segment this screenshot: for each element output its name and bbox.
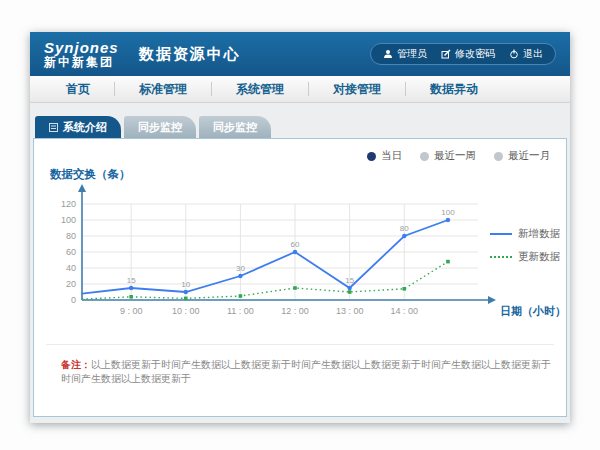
- svg-text:40: 40: [66, 263, 76, 273]
- main-nav: 首页 标准管理 系统管理 对接管理 数据异动: [30, 76, 570, 103]
- nav-item-standard-mgmt[interactable]: 标准管理: [115, 82, 212, 96]
- footer-note-text: 以上数据更新于时间产生数据以上数据更新于时间产生数据以上数据更新于时间产生数据以…: [61, 359, 551, 384]
- svg-text:12 : 00: 12 : 00: [281, 306, 309, 316]
- svg-text:80: 80: [400, 224, 409, 233]
- line-chart: 0204060801001209 : 0010 : 0011 : 0012 : …: [38, 184, 566, 332]
- logo: Synjones 新中新集团: [44, 40, 119, 68]
- logout-button[interactable]: 退出: [509, 47, 543, 61]
- tab-sync-monitor-2[interactable]: 同步监控: [199, 116, 271, 138]
- svg-text:10 : 00: 10 : 00: [172, 306, 200, 316]
- svg-text:15: 15: [345, 276, 354, 285]
- tab-system-intro[interactable]: 系统介绍: [35, 116, 121, 138]
- tab-bar: 系统介绍 同步监控 同步监控: [33, 116, 567, 138]
- chart-panel: 当日 最近一周 最近一月 数据交换（条） 0204060801001209 : …: [33, 138, 567, 417]
- radio-last-week-dot: [420, 152, 429, 161]
- tab-system-intro-label: 系统介绍: [63, 116, 107, 138]
- svg-text:10: 10: [181, 280, 190, 289]
- svg-text:15: 15: [127, 276, 136, 285]
- svg-text:日期（小时）: 日期（小时）: [500, 305, 566, 318]
- svg-text:13 : 00: 13 : 00: [336, 306, 364, 316]
- footer-note: 备注：以上数据更新于时间产生数据以上数据更新于时间产生数据以上数据更新于时间产生…: [34, 345, 566, 416]
- change-password-label: 修改密码: [455, 47, 495, 61]
- admin-user-button[interactable]: 管理员: [383, 47, 427, 61]
- legend-item-new-data: 新增数据: [490, 227, 560, 241]
- nav-item-home[interactable]: 首页: [42, 82, 115, 96]
- change-password-button[interactable]: 修改密码: [441, 47, 495, 61]
- admin-user-label: 管理员: [397, 47, 427, 61]
- user-icon: [383, 49, 393, 59]
- edit-icon: [441, 49, 451, 59]
- logout-label: 退出: [523, 47, 543, 61]
- tab-sync-monitor-1[interactable]: 同步监控: [124, 116, 196, 138]
- radio-last-month-label: 最近一月: [508, 149, 550, 163]
- svg-text:11 : 00: 11 : 00: [227, 306, 254, 316]
- tab-sync-monitor-2-label: 同步监控: [213, 116, 257, 138]
- svg-text:9 : 00: 9 : 00: [120, 306, 143, 316]
- radio-last-week-label: 最近一周: [434, 149, 476, 163]
- chart-legend: 新增数据 更新数据: [488, 225, 562, 266]
- content-area: 系统介绍 同步监控 同步监控 当日 最近一周: [30, 103, 570, 423]
- svg-text:60: 60: [291, 240, 300, 249]
- legend-item-updated-data: 更新数据: [490, 250, 560, 264]
- radio-last-week[interactable]: 最近一周: [420, 149, 476, 163]
- document-icon: [49, 123, 58, 132]
- app-header: Synjones 新中新集团 数据资源中心 管理员 修改密码 退出: [30, 32, 570, 76]
- logout-icon: [509, 49, 519, 59]
- radio-today[interactable]: 当日: [367, 149, 402, 163]
- nav-item-system-mgmt[interactable]: 系统管理: [212, 82, 309, 96]
- svg-text:14 : 00: 14 : 00: [390, 306, 418, 316]
- svg-text:20: 20: [66, 279, 76, 289]
- svg-text:30: 30: [236, 264, 245, 273]
- user-menu: 管理员 修改密码 退出: [370, 43, 556, 65]
- app-window: Synjones 新中新集团 数据资源中心 管理员 修改密码 退出 首页 标准管…: [30, 32, 570, 423]
- chart-area: 数据交换（条） 0204060801001209 : 0010 : 0011 :…: [34, 163, 566, 332]
- nav-item-interface-mgmt[interactable]: 对接管理: [309, 82, 406, 96]
- footer-note-prefix: 备注：: [61, 359, 91, 370]
- y-axis-title: 数据交换（条）: [50, 167, 562, 182]
- svg-text:80: 80: [66, 231, 76, 241]
- radio-today-label: 当日: [381, 149, 402, 163]
- svg-text:100: 100: [441, 208, 455, 217]
- svg-text:120: 120: [61, 199, 76, 209]
- logo-primary: Synjones: [44, 40, 119, 56]
- radio-today-dot: [367, 152, 376, 161]
- svg-text:100: 100: [61, 215, 76, 225]
- legend-new-data-label: 新增数据: [518, 227, 560, 241]
- legend-updated-data-label: 更新数据: [518, 250, 560, 264]
- svg-text:0: 0: [71, 295, 76, 305]
- logo-secondary: 新中新集团: [44, 56, 119, 69]
- page-title: 数据资源中心: [139, 45, 241, 64]
- tab-sync-monitor-1-label: 同步监控: [138, 116, 182, 138]
- nav-item-data-change[interactable]: 数据异动: [406, 82, 502, 96]
- radio-last-month-dot: [494, 152, 503, 161]
- dotted-line-swatch: [490, 256, 512, 258]
- time-range-filter: 当日 最近一周 最近一月: [34, 139, 566, 163]
- radio-last-month[interactable]: 最近一月: [494, 149, 550, 163]
- svg-text:60: 60: [66, 247, 76, 257]
- solid-line-swatch: [490, 233, 512, 235]
